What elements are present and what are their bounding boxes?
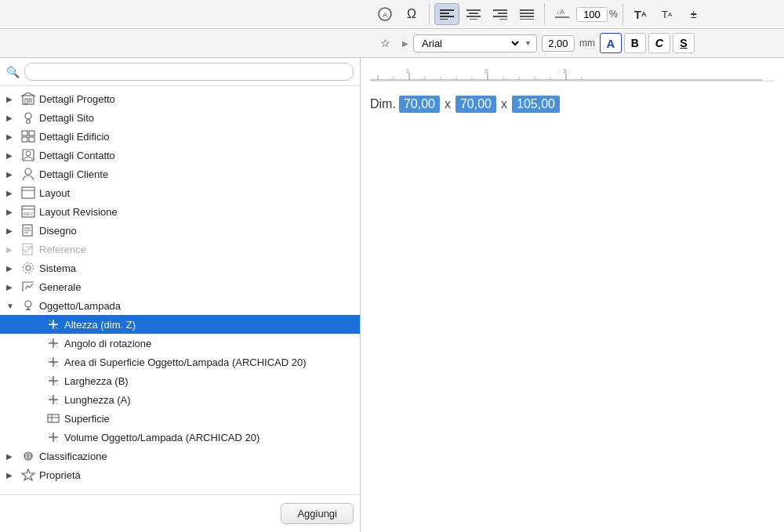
font-style-group: A B C S xyxy=(600,33,695,53)
svg-point-24 xyxy=(25,113,31,119)
cross-icon xyxy=(45,318,61,331)
chevron-icon: ▶ xyxy=(6,189,17,197)
tree-item-dettagli-progetto[interactable]: ▶ Dettagli Progetto xyxy=(0,89,360,108)
panel-footer: Aggiungi xyxy=(0,494,360,532)
tree-item-dettagli-contatto[interactable]: ▶ Dettagli Contatto xyxy=(0,146,360,165)
tree-label: Altezza (dim. Z) xyxy=(64,319,354,331)
chevron-icon: ▶ xyxy=(6,114,17,122)
tree-item-angolo[interactable]: Angolo di rotazione xyxy=(0,334,360,353)
ruler-svg: 1 2 3 xyxy=(370,67,762,81)
align-left-button[interactable] xyxy=(434,3,459,25)
tree-item-layout[interactable]: ▶ Layout xyxy=(0,183,360,202)
tree-label: Area di Superficie Oggetto/Lampada (ARCH… xyxy=(64,356,354,368)
tree-item-generale[interactable]: ▶ Generale xyxy=(0,277,360,296)
align-justify-button[interactable] xyxy=(514,3,539,25)
dimension-display: Dim. 70,00 x 70,00 x 105,00 xyxy=(370,96,775,113)
tree-item-superficie[interactable]: Superficie xyxy=(0,409,360,428)
tree-item-larghezza[interactable]: Larghezza (B) xyxy=(0,371,360,390)
aggiungi-button[interactable]: Aggiungi xyxy=(281,503,354,524)
search-input[interactable] xyxy=(24,63,354,81)
main-layout: 🔍 ▶ Dettagli Progetto ▶ Dettagli Sito xyxy=(0,58,784,532)
dim-y-value: 70,00 xyxy=(456,96,496,113)
font-select-wrap[interactable]: Arial Helvetica Times New Roman ▼ xyxy=(413,34,537,52)
size-input-wrap xyxy=(576,7,608,22)
tree-item-oggetto-lampada[interactable]: ▼ Oggetto/Lampada xyxy=(0,296,360,315)
tree-item-classificazione[interactable]: ▶ Classificazione xyxy=(0,447,360,465)
tree-item-layout-revisione[interactable]: ▶ REV Layout Revisione xyxy=(0,202,360,221)
svg-rect-32 xyxy=(22,187,34,198)
generale-icon xyxy=(20,280,36,293)
svg-point-43 xyxy=(26,266,31,270)
font-size-input[interactable] xyxy=(542,35,575,52)
tree-label: Larghezza (B) xyxy=(64,375,354,387)
line-spacing-button[interactable]: A ↕ xyxy=(550,3,575,25)
tree-label: Dettagli Sito xyxy=(39,112,354,124)
contact-icon xyxy=(20,149,36,161)
tree-label: Reference xyxy=(39,244,354,255)
ac-icon: A xyxy=(377,6,393,22)
svg-text:2: 2 xyxy=(485,67,488,74)
omega-button[interactable]: Ω xyxy=(399,3,424,25)
tree-item-disegno[interactable]: ▶ Disegno xyxy=(0,221,360,240)
tree-item-sistema[interactable]: ▶ Sistema xyxy=(0,259,360,277)
ac-button[interactable]: A xyxy=(372,3,397,25)
text-size-group: TA TA ± xyxy=(628,3,711,25)
tree-list: ▶ Dettagli Progetto ▶ Dettagli Sito ▶ xyxy=(0,86,360,494)
table-icon xyxy=(45,412,61,425)
svg-text:REV: REV xyxy=(24,212,33,216)
person-icon xyxy=(20,168,36,180)
svg-rect-41 xyxy=(23,244,32,255)
svg-text:A: A xyxy=(560,8,564,16)
underline-button[interactable]: S xyxy=(673,33,695,53)
tree-label: Classificazione xyxy=(39,451,354,462)
size-input[interactable] xyxy=(580,9,604,20)
chevron-down-icon: ▼ xyxy=(6,302,17,310)
svg-text:A: A xyxy=(383,11,387,19)
font-select[interactable]: Arial Helvetica Times New Roman xyxy=(419,37,521,50)
align-right-button[interactable] xyxy=(488,3,513,25)
tree-item-area-superficie[interactable]: Area di Superficie Oggetto/Lampada (ARCH… xyxy=(0,353,360,371)
dim-separator-1: x xyxy=(445,97,451,111)
main-toolbar: A Ω xyxy=(0,0,784,29)
italic-button[interactable]: C xyxy=(648,33,670,53)
tree-label: Sistema xyxy=(39,262,354,274)
star-button[interactable]: ☆ xyxy=(372,32,397,54)
svg-point-44 xyxy=(24,263,34,273)
tree-label: Dettagli Progetto xyxy=(39,93,354,105)
font-color-button[interactable]: A xyxy=(600,33,622,53)
tree-label: Layout Revisione xyxy=(39,206,354,218)
omega-icon: Ω xyxy=(407,7,416,21)
tree-item-dettagli-edificio[interactable]: ▶ Dettagli Edificio xyxy=(0,127,360,146)
tree-item-reference[interactable]: ▶ Reference xyxy=(0,240,360,259)
cross-icon xyxy=(45,431,61,443)
align-center-button[interactable] xyxy=(461,3,486,25)
tree-item-lunghezza[interactable]: Lunghezza (A) xyxy=(0,390,360,409)
strikethrough-button[interactable]: ± xyxy=(681,3,706,25)
svg-point-31 xyxy=(25,168,31,175)
chevron-icon: ▶ xyxy=(6,132,17,141)
dim-label-text: Dim. xyxy=(370,97,396,111)
tree-item-proprieta[interactable]: ▶ Proprietà xyxy=(0,465,360,484)
svg-rect-27 xyxy=(22,137,27,142)
tree-label: Generale xyxy=(39,281,354,293)
text-larger-button[interactable]: TA xyxy=(628,3,653,25)
tree-label: Angolo di rotazione xyxy=(64,338,354,349)
font-dropdown-icon: ▼ xyxy=(524,39,532,47)
chevron-icon: ▶ xyxy=(6,95,17,103)
prop-icon xyxy=(20,469,36,481)
chevron-icon: ▶ xyxy=(6,208,17,216)
cross-icon xyxy=(45,356,61,368)
tree-item-volume[interactable]: Volume Oggetto/Lampada (ARCHICAD 20) xyxy=(0,428,360,447)
align-left-icon xyxy=(440,9,454,20)
left-panel: 🔍 ▶ Dettagli Progetto ▶ Dettagli Sito xyxy=(0,58,361,532)
tree-item-dettagli-sito[interactable]: ▶ Dettagli Sito xyxy=(0,108,360,127)
tree-item-altezza[interactable]: Altezza (dim. Z) xyxy=(0,315,360,334)
svg-rect-25 xyxy=(22,131,27,136)
building-icon xyxy=(20,92,36,105)
search-bar: 🔍 xyxy=(0,58,360,86)
text-smaller-button[interactable]: TA xyxy=(655,3,680,25)
tree-item-dettagli-cliente[interactable]: ▶ Dettagli Cliente xyxy=(0,165,360,183)
tree-label: Volume Oggetto/Lampada (ARCHICAD 20) xyxy=(64,432,354,443)
alignment-group xyxy=(434,3,545,25)
bold-button[interactable]: B xyxy=(624,33,646,53)
